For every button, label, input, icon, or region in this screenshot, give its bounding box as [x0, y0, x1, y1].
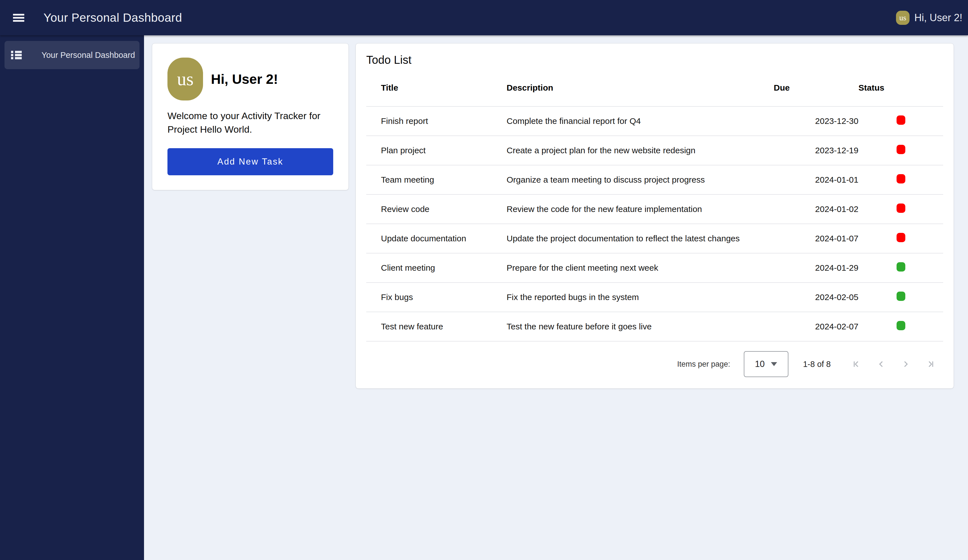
chevron-right-icon	[901, 359, 911, 369]
sidebar-item-dashboard[interactable]: Your Personal Dashboard	[5, 41, 139, 69]
cell-title: Finish report	[366, 106, 507, 136]
top-navbar: Your Personal Dashboard us Hi, User 2!	[0, 0, 968, 35]
status-indicator	[897, 321, 905, 330]
welcome-heading: Hi, User 2!	[211, 71, 278, 87]
table-row: Test new feature Test the new feature be…	[366, 312, 943, 341]
todo-list-card: Todo List Title Description Due Status F…	[356, 43, 954, 389]
chevron-left-icon	[876, 359, 886, 369]
cell-description: Prepare for the client meeting next week	[507, 253, 774, 283]
previous-page-button[interactable]	[869, 352, 893, 376]
column-header-title: Title	[366, 69, 507, 106]
user-greeting: Hi, User 2!	[914, 12, 962, 24]
cell-status	[859, 253, 943, 283]
table-row: Fix bugs Fix the reported bugs in the sy…	[366, 283, 943, 312]
user-avatar-large: us	[167, 58, 203, 101]
paginator: Items per page: 10 1-8 of 8	[366, 341, 943, 377]
first-page-icon	[851, 359, 861, 369]
user-avatar: us	[896, 11, 910, 25]
cell-status	[859, 136, 943, 165]
welcome-card: us Hi, User 2! Welcome to your Activity …	[152, 43, 349, 190]
cell-due: 2024-01-01	[774, 165, 859, 194]
cell-due: 2024-01-29	[774, 253, 859, 283]
status-indicator	[897, 116, 905, 125]
cell-title: Update documentation	[366, 224, 507, 253]
cell-description: Complete the financial report for Q4	[507, 106, 774, 136]
table-row: Review code Review the code for the new …	[366, 194, 943, 224]
cell-title: Plan project	[366, 136, 507, 165]
table-row: Team meeting Organize a team meeting to …	[366, 165, 943, 194]
table-row: Update documentation Update the project …	[366, 224, 943, 253]
cell-due: 2023-12-19	[774, 136, 859, 165]
chevron-down-icon	[771, 362, 777, 366]
cell-status	[859, 106, 943, 136]
todo-list-title: Todo List	[366, 54, 943, 66]
cell-title: Test new feature	[366, 312, 507, 341]
table-row: Finish report Complete the financial rep…	[366, 106, 943, 136]
last-page-icon	[926, 359, 936, 369]
last-page-button[interactable]	[918, 352, 943, 376]
status-indicator	[897, 262, 905, 272]
cell-description: Test the new feature before it goes live	[507, 312, 774, 341]
table-row: Client meeting Prepare for the client me…	[366, 253, 943, 283]
cell-status	[859, 165, 943, 194]
navbar-user-area: us Hi, User 2!	[896, 11, 962, 25]
status-indicator	[897, 145, 905, 154]
cell-description: Review the code for the new feature impl…	[507, 194, 774, 224]
cell-due: 2024-01-07	[774, 224, 859, 253]
cell-description: Fix the reported bugs in the system	[507, 283, 774, 312]
app-title: Your Personal Dashboard	[43, 11, 182, 25]
sidebar: Your Personal Dashboard	[0, 35, 144, 560]
cell-title: Fix bugs	[366, 283, 507, 312]
cell-description: Organize a team meeting to discuss proje…	[507, 165, 774, 194]
cell-status	[859, 224, 943, 253]
todo-table-header: Title Description Due Status	[366, 69, 943, 106]
cell-due: 2024-01-02	[774, 194, 859, 224]
next-page-button[interactable]	[893, 352, 918, 376]
todo-table: Title Description Due Status Finish repo…	[366, 69, 943, 341]
cell-status	[859, 194, 943, 224]
status-indicator	[897, 292, 905, 301]
table-row: Plan project Create a project plan for t…	[366, 136, 943, 165]
paginator-range-label: 1-8 of 8	[803, 360, 831, 369]
list-icon	[11, 50, 22, 60]
cell-title: Review code	[366, 194, 507, 224]
welcome-message: Welcome to your Activity Tracker for Pro…	[167, 109, 326, 136]
items-per-page-select[interactable]: 10	[744, 351, 788, 377]
hamburger-menu-button[interactable]	[13, 12, 25, 24]
status-indicator	[897, 233, 905, 242]
cell-title: Client meeting	[366, 253, 507, 283]
cell-due: 2023-12-30	[774, 106, 859, 136]
cell-title: Team meeting	[366, 165, 507, 194]
first-page-button[interactable]	[844, 352, 869, 376]
column-header-description: Description	[507, 69, 774, 106]
page-size-value: 10	[755, 359, 764, 369]
cell-due: 2024-02-05	[774, 283, 859, 312]
status-indicator	[897, 174, 905, 184]
status-indicator	[897, 204, 905, 213]
cell-status	[859, 283, 943, 312]
hamburger-icon	[13, 14, 24, 15]
cell-status	[859, 312, 943, 341]
cell-description: Create a project plan for the new websit…	[507, 136, 774, 165]
cell-description: Update the project documentation to refl…	[507, 224, 774, 253]
add-new-task-button[interactable]: Add New Task	[167, 148, 333, 175]
column-header-due: Due	[774, 69, 859, 106]
column-header-status: Status	[859, 69, 943, 106]
sidebar-item-label: Your Personal Dashboard	[41, 51, 135, 60]
main-content: us Hi, User 2! Welcome to your Activity …	[144, 35, 968, 560]
welcome-card-header: us Hi, User 2!	[167, 58, 333, 101]
items-per-page-label: Items per page:	[677, 360, 730, 369]
cell-due: 2024-02-07	[774, 312, 859, 341]
